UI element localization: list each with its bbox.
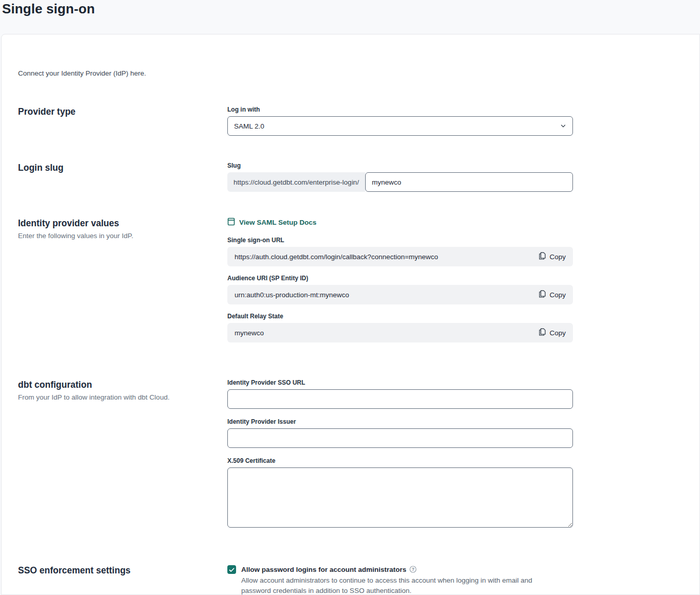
- idp-values-subheading: Enter the following values in your IdP.: [18, 232, 211, 240]
- sso-enforcement-heading: SSO enforcement settings: [18, 565, 211, 576]
- idp-values-heading: Identity provider values: [18, 218, 211, 229]
- copy-button-label: Copy: [549, 291, 566, 299]
- audience-uri-label: Audience URI (SP Entity ID): [227, 275, 573, 282]
- copy-icon: [539, 290, 546, 299]
- section-provider-type: Provider type Log in with SAML 2.0: [18, 106, 699, 136]
- section-idp-values: Identity provider values Enter the follo…: [18, 218, 699, 351]
- svg-text:?: ?: [411, 567, 414, 572]
- copy-audience-uri-button[interactable]: Copy: [539, 290, 566, 299]
- relay-state-value: mynewco: [235, 329, 539, 337]
- copy-icon: [539, 328, 546, 337]
- sso-url-readonly-row: https://auth.cloud.getdbt.com/login/call…: [227, 247, 573, 266]
- certificate-textarea[interactable]: [227, 467, 573, 528]
- audience-uri-readonly-row: urn:auth0:us-production-mt:mynewco Copy: [227, 285, 573, 304]
- audience-uri-field-group: Audience URI (SP Entity ID) urn:auth0:us…: [227, 275, 573, 304]
- idp-sso-url-input[interactable]: [227, 389, 573, 409]
- section-dbt-configuration: dbt configuration From your IdP to allow…: [18, 379, 699, 538]
- provider-type-select[interactable]: SAML 2.0: [227, 116, 573, 136]
- password-logins-checkbox[interactable]: [227, 565, 236, 574]
- certificate-label: X.509 Certificate: [227, 457, 573, 464]
- idp-issuer-label: Identity Provider Issuer: [227, 418, 573, 425]
- saml-docs-link[interactable]: View SAML Setup Docs: [227, 218, 316, 227]
- copy-sso-url-button[interactable]: Copy: [539, 252, 566, 261]
- document-icon: [227, 218, 235, 227]
- page-header: Single sign-on: [0, 0, 700, 34]
- checkmark-icon: [229, 565, 235, 574]
- intro-text: Connect your Identity Provider (IdP) her…: [18, 69, 699, 77]
- certificate-field-group: X.509 Certificate: [227, 457, 573, 530]
- dbt-configuration-heading: dbt configuration: [18, 379, 211, 390]
- provider-type-selected-value: SAML 2.0: [234, 122, 264, 130]
- slug-input[interactable]: [365, 172, 573, 192]
- provider-type-heading: Provider type: [18, 106, 211, 117]
- section-sso-enforcement: SSO enforcement settings Allow password …: [18, 565, 699, 595]
- page-title: Single sign-on: [2, 1, 700, 17]
- idp-issuer-input[interactable]: [227, 428, 573, 448]
- sso-url-value: https://auth.cloud.getdbt.com/login/call…: [235, 253, 539, 261]
- audience-uri-value: urn:auth0:us-production-mt:mynewco: [235, 291, 539, 299]
- slug-url-prefix: https://cloud.getdbt.com/enterprise-logi…: [227, 172, 365, 192]
- help-icon[interactable]: ?: [409, 566, 417, 573]
- idp-sso-url-field-group: Identity Provider SSO URL: [227, 379, 573, 409]
- idp-issuer-field-group: Identity Provider Issuer: [227, 418, 573, 448]
- copy-button-label: Copy: [549, 329, 566, 337]
- settings-card: Connect your Identity Provider (IdP) her…: [1, 34, 700, 595]
- idp-sso-url-label: Identity Provider SSO URL: [227, 379, 573, 386]
- dbt-configuration-subheading: From your IdP to allow integration with …: [18, 393, 211, 401]
- login-slug-heading: Login slug: [18, 162, 211, 173]
- slug-field-row: https://cloud.getdbt.com/enterprise-logi…: [227, 172, 573, 192]
- password-logins-description: Allow account administrators to continue…: [241, 575, 559, 595]
- copy-icon: [539, 252, 546, 261]
- password-logins-checkbox-row: Allow password logins for account admini…: [227, 565, 573, 595]
- sso-url-field-group: Single sign-on URL https://auth.cloud.ge…: [227, 237, 573, 266]
- login-with-label: Log in with: [227, 106, 573, 113]
- slug-label: Slug: [227, 162, 573, 169]
- saml-docs-link-label: View SAML Setup Docs: [239, 219, 316, 226]
- password-logins-label: Allow password logins for account admini…: [241, 565, 559, 574]
- copy-button-label: Copy: [549, 253, 566, 261]
- chevron-down-icon: [560, 123, 566, 131]
- section-login-slug: Login slug Slug https://cloud.getdbt.com…: [18, 162, 699, 192]
- copy-relay-state-button[interactable]: Copy: [539, 328, 566, 337]
- sso-url-label: Single sign-on URL: [227, 237, 573, 244]
- relay-state-readonly-row: mynewco Copy: [227, 323, 573, 342]
- relay-state-label: Default Relay State: [227, 313, 573, 320]
- relay-state-field-group: Default Relay State mynewco Copy: [227, 313, 573, 342]
